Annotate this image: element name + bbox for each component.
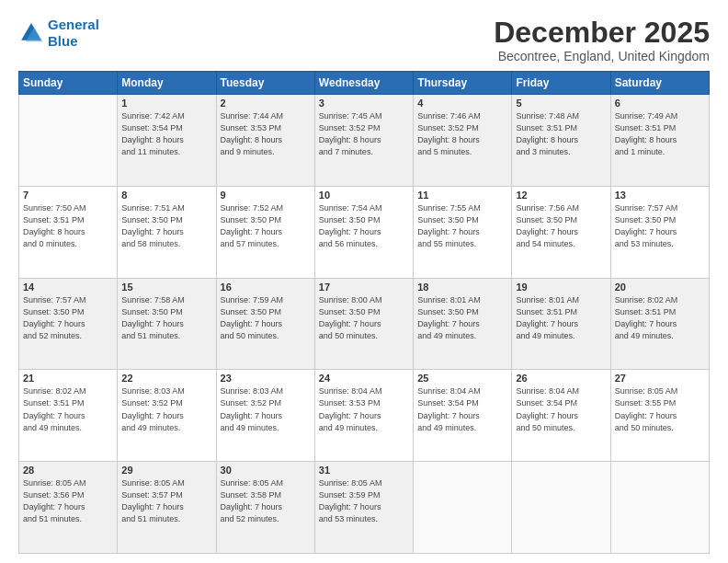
table-row: 6Sunrise: 7:49 AMSunset: 3:51 PMDaylight…: [610, 95, 709, 187]
day-info: Sunrise: 8:04 AMSunset: 3:53 PMDaylight:…: [319, 385, 409, 433]
table-row: 16Sunrise: 7:59 AMSunset: 3:50 PMDayligh…: [216, 278, 314, 370]
day-number: 18: [417, 282, 507, 293]
table-row: 11Sunrise: 7:55 AMSunset: 3:50 PMDayligh…: [414, 186, 512, 278]
day-number: 13: [615, 190, 705, 201]
table-row: 30Sunrise: 8:05 AMSunset: 3:58 PMDayligh…: [216, 462, 314, 554]
day-number: 10: [319, 190, 409, 201]
day-info: Sunrise: 7:58 AMSunset: 3:50 PMDaylight:…: [121, 294, 211, 342]
day-info: Sunrise: 8:04 AMSunset: 3:54 PMDaylight:…: [417, 385, 507, 433]
col-wednesday: Wednesday: [314, 72, 413, 95]
day-number: 17: [319, 282, 409, 293]
day-info: Sunrise: 7:59 AMSunset: 3:50 PMDaylight:…: [221, 294, 311, 342]
day-info: Sunrise: 7:57 AMSunset: 3:50 PMDaylight:…: [23, 294, 113, 342]
day-info: Sunrise: 8:02 AMSunset: 3:51 PMDaylight:…: [615, 294, 705, 342]
logo-text: General Blue: [48, 17, 99, 50]
day-info: Sunrise: 7:55 AMSunset: 3:50 PMDaylight:…: [417, 202, 507, 250]
day-info: Sunrise: 7:50 AMSunset: 3:51 PMDaylight:…: [23, 202, 113, 250]
day-info: Sunrise: 7:42 AMSunset: 3:54 PMDaylight:…: [121, 110, 211, 158]
logo-line2: Blue: [48, 33, 78, 49]
col-tuesday: Tuesday: [216, 72, 314, 95]
table-row: 10Sunrise: 7:54 AMSunset: 3:50 PMDayligh…: [314, 186, 413, 278]
table-row: 3Sunrise: 7:45 AMSunset: 3:52 PMDaylight…: [314, 95, 413, 187]
day-info: Sunrise: 8:05 AMSunset: 3:57 PMDaylight:…: [121, 477, 211, 525]
day-number: 30: [221, 465, 311, 476]
table-row: 17Sunrise: 8:00 AMSunset: 3:50 PMDayligh…: [314, 278, 413, 370]
calendar-week-row: 28Sunrise: 8:05 AMSunset: 3:56 PMDayligh…: [19, 462, 710, 554]
day-info: Sunrise: 8:05 AMSunset: 3:56 PMDaylight:…: [23, 477, 113, 525]
calendar-week-row: 7Sunrise: 7:50 AMSunset: 3:51 PMDaylight…: [19, 186, 710, 278]
calendar-week-row: 14Sunrise: 7:57 AMSunset: 3:50 PMDayligh…: [19, 278, 710, 370]
table-row: [512, 462, 610, 554]
table-row: 13Sunrise: 7:57 AMSunset: 3:50 PMDayligh…: [610, 186, 709, 278]
day-info: Sunrise: 7:57 AMSunset: 3:50 PMDaylight:…: [615, 202, 705, 250]
calendar-table: Sunday Monday Tuesday Wednesday Thursday…: [18, 71, 710, 554]
calendar-header-row: Sunday Monday Tuesday Wednesday Thursday…: [19, 72, 710, 95]
table-row: 27Sunrise: 8:05 AMSunset: 3:55 PMDayligh…: [610, 370, 709, 462]
day-info: Sunrise: 7:48 AMSunset: 3:51 PMDaylight:…: [516, 110, 606, 158]
day-info: Sunrise: 7:52 AMSunset: 3:50 PMDaylight:…: [221, 202, 311, 250]
table-row: 8Sunrise: 7:51 AMSunset: 3:50 PMDaylight…: [118, 186, 216, 278]
day-number: 27: [615, 373, 705, 384]
day-number: 9: [221, 190, 311, 201]
table-row: 24Sunrise: 8:04 AMSunset: 3:53 PMDayligh…: [314, 370, 413, 462]
page: General Blue December 2025 Becontree, En…: [0, 0, 728, 563]
day-number: 14: [23, 282, 113, 293]
logo-icon: [18, 20, 44, 46]
table-row: [414, 462, 512, 554]
day-number: 20: [615, 282, 705, 293]
table-row: 29Sunrise: 8:05 AMSunset: 3:57 PMDayligh…: [118, 462, 216, 554]
table-row: 21Sunrise: 8:02 AMSunset: 3:51 PMDayligh…: [19, 370, 118, 462]
table-row: 18Sunrise: 8:01 AMSunset: 3:50 PMDayligh…: [414, 278, 512, 370]
table-row: 7Sunrise: 7:50 AMSunset: 3:51 PMDaylight…: [19, 186, 118, 278]
day-info: Sunrise: 8:01 AMSunset: 3:51 PMDaylight:…: [516, 294, 606, 342]
table-row: 12Sunrise: 7:56 AMSunset: 3:50 PMDayligh…: [512, 186, 610, 278]
day-number: 3: [319, 98, 409, 109]
day-info: Sunrise: 7:46 AMSunset: 3:52 PMDaylight:…: [417, 110, 507, 158]
table-row: 15Sunrise: 7:58 AMSunset: 3:50 PMDayligh…: [118, 278, 216, 370]
col-sunday: Sunday: [19, 72, 118, 95]
table-row: 25Sunrise: 8:04 AMSunset: 3:54 PMDayligh…: [414, 370, 512, 462]
day-number: 1: [121, 98, 211, 109]
day-info: Sunrise: 8:00 AMSunset: 3:50 PMDaylight:…: [319, 294, 409, 342]
title-block: December 2025 Becontree, England, United…: [494, 17, 710, 63]
table-row: 20Sunrise: 8:02 AMSunset: 3:51 PMDayligh…: [610, 278, 709, 370]
day-number: 29: [121, 465, 211, 476]
table-row: 1Sunrise: 7:42 AMSunset: 3:54 PMDaylight…: [118, 95, 216, 187]
col-saturday: Saturday: [610, 72, 709, 95]
table-row: 22Sunrise: 8:03 AMSunset: 3:52 PMDayligh…: [118, 370, 216, 462]
table-row: 14Sunrise: 7:57 AMSunset: 3:50 PMDayligh…: [19, 278, 118, 370]
table-row: 5Sunrise: 7:48 AMSunset: 3:51 PMDaylight…: [512, 95, 610, 187]
day-info: Sunrise: 7:54 AMSunset: 3:50 PMDaylight:…: [319, 202, 409, 250]
table-row: 9Sunrise: 7:52 AMSunset: 3:50 PMDaylight…: [216, 186, 314, 278]
day-number: 28: [23, 465, 113, 476]
day-number: 6: [615, 98, 705, 109]
table-row: 28Sunrise: 8:05 AMSunset: 3:56 PMDayligh…: [19, 462, 118, 554]
logo-line1: General: [48, 17, 99, 32]
day-info: Sunrise: 8:05 AMSunset: 3:59 PMDaylight:…: [319, 477, 409, 525]
table-row: [19, 95, 118, 187]
table-row: 19Sunrise: 8:01 AMSunset: 3:51 PMDayligh…: [512, 278, 610, 370]
day-number: 26: [516, 373, 606, 384]
day-info: Sunrise: 8:04 AMSunset: 3:54 PMDaylight:…: [516, 385, 606, 433]
col-monday: Monday: [118, 72, 216, 95]
day-info: Sunrise: 7:56 AMSunset: 3:50 PMDaylight:…: [516, 202, 606, 250]
day-number: 2: [221, 98, 311, 109]
col-thursday: Thursday: [414, 72, 512, 95]
day-number: 23: [221, 373, 311, 384]
day-info: Sunrise: 8:02 AMSunset: 3:51 PMDaylight:…: [23, 385, 113, 433]
day-info: Sunrise: 8:03 AMSunset: 3:52 PMDaylight:…: [221, 385, 311, 433]
day-info: Sunrise: 7:45 AMSunset: 3:52 PMDaylight:…: [319, 110, 409, 158]
table-row: 2Sunrise: 7:44 AMSunset: 3:53 PMDaylight…: [216, 95, 314, 187]
day-number: 31: [319, 465, 409, 476]
day-number: 16: [221, 282, 311, 293]
day-number: 12: [516, 190, 606, 201]
calendar-week-row: 21Sunrise: 8:02 AMSunset: 3:51 PMDayligh…: [19, 370, 710, 462]
day-info: Sunrise: 7:44 AMSunset: 3:53 PMDaylight:…: [221, 110, 311, 158]
table-row: 31Sunrise: 8:05 AMSunset: 3:59 PMDayligh…: [314, 462, 413, 554]
day-info: Sunrise: 7:49 AMSunset: 3:51 PMDaylight:…: [615, 110, 705, 158]
day-number: 11: [417, 190, 507, 201]
day-info: Sunrise: 8:01 AMSunset: 3:50 PMDaylight:…: [417, 294, 507, 342]
day-number: 5: [516, 98, 606, 109]
day-number: 25: [417, 373, 507, 384]
logo: General Blue: [18, 17, 99, 50]
